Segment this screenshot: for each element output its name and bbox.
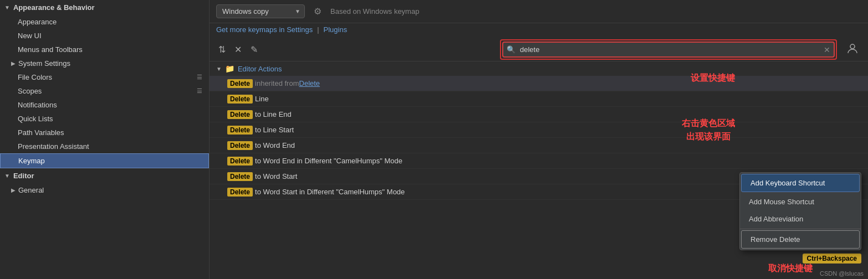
search-icon: 🔍: [507, 45, 515, 54]
table-row-delete-word-end[interactable]: Delete to Word End: [210, 138, 868, 153]
badge-delete-inherited: Delete: [227, 79, 253, 88]
cross-icon[interactable]: ✕: [232, 43, 244, 56]
general-arrow: ▶: [11, 187, 16, 193]
gear-icon[interactable]: ⚙: [310, 5, 325, 18]
sidebar-item-path-variables[interactable]: Path Variables: [0, 126, 209, 140]
link-divider: |: [317, 25, 319, 34]
action-name-delete-line-start: to Line Start: [255, 126, 294, 134]
main-content: Windows copy ▼ ⚙ Based on Windows keymap…: [210, 0, 868, 279]
based-on-text: Based on Windows keymap: [330, 7, 419, 16]
table-row-delete-line-start[interactable]: Delete to Line Start: [210, 122, 868, 138]
sidebar-item-keymap[interactable]: Keymap: [0, 153, 209, 168]
sidebar-group-appearance-behavior[interactable]: ▼ Appearance & Behavior: [0, 0, 209, 15]
editor-actions-group: ▼ 📁 Editor Actions: [210, 61, 868, 76]
context-menu-item-add-keyboard-shortcut[interactable]: Add Keyboard Shortcut: [741, 174, 860, 192]
search-container: 🔍 ✕: [502, 42, 835, 58]
up-down-icon[interactable]: ⇅: [216, 43, 228, 56]
action-name-delete-word-start-camel: to Word Start in Different "CamelHumps" …: [255, 188, 405, 196]
shortcut-badge-annotation: Ctrl+Backspace: [803, 254, 861, 262]
sidebar-item-system-settings[interactable]: ▶ System Settings: [0, 56, 209, 70]
person-icon[interactable]: [844, 42, 861, 58]
keymap-select-wrapper[interactable]: Windows copy ▼: [216, 4, 305, 18]
sidebar-item-file-colors[interactable]: File Colors ☰: [0, 70, 209, 84]
context-menu-item-remove-delete[interactable]: Remove Delete: [741, 230, 860, 249]
search-input[interactable]: [502, 42, 835, 58]
scopes-icon: ☰: [197, 87, 202, 95]
inherited-text: inherited from: [255, 79, 299, 87]
get-more-keymaps-link[interactable]: Get more keymaps in Settings: [216, 25, 313, 34]
badge-delete-word-start: Delete: [227, 172, 253, 181]
context-menu-item-add-abbreviation[interactable]: Add Abbreviation: [740, 210, 861, 228]
action-toolbar: ⇅ ✕ ✎ 🔍 ✕: [210, 38, 868, 61]
context-menu-divider: [740, 229, 861, 229]
system-settings-arrow: ▶: [11, 60, 16, 66]
ctrl-backspace-badge: Ctrl+Backspace: [803, 254, 861, 264]
action-name-delete-word-end: to Word End: [255, 141, 295, 149]
sidebar-item-scopes[interactable]: Scopes ☰: [0, 84, 209, 98]
file-colors-icon: ☰: [197, 74, 202, 81]
sidebar-item-appearance[interactable]: Appearance: [0, 15, 209, 29]
sidebar-group-editor[interactable]: ▼ Editor: [0, 168, 209, 183]
sidebar-group-label: Appearance & Behavior: [13, 3, 95, 12]
sidebar-item-menus-toolbars[interactable]: Menus and Toolbars: [0, 43, 209, 56]
sidebar-item-notifications[interactable]: Notifications: [0, 98, 209, 112]
keymap-dropdown[interactable]: Windows copy: [216, 4, 305, 18]
sidebar-item-quick-lists[interactable]: Quick Lists: [0, 112, 209, 126]
table-row-delete-line[interactable]: Delete Line: [210, 91, 868, 107]
badge-delete-line-end: Delete: [227, 110, 253, 119]
search-clear-icon[interactable]: ✕: [824, 45, 830, 54]
group-expand-arrow: ▼: [4, 4, 10, 11]
folder-icon: 📁: [225, 64, 234, 73]
sidebar-item-general[interactable]: ▶ General: [0, 183, 209, 197]
badge-delete-word-start-camel: Delete: [227, 188, 253, 197]
group-name: Editor Actions: [238, 65, 282, 73]
action-name-delete-line: Line: [255, 95, 269, 103]
badge-delete-word-end: Delete: [227, 141, 253, 150]
sidebar-item-new-ui[interactable]: New UI: [0, 29, 209, 43]
table-area: 输入自己想要调整额快捷键 ▼ 📁 Editor Actions Delete i…: [210, 61, 868, 279]
group-row-arrow: ▼: [216, 66, 222, 72]
sidebar-item-presentation-assistant[interactable]: Presentation Assistant: [0, 140, 209, 153]
table-row-inherited[interactable]: Delete inherited from Delete: [210, 76, 868, 91]
badge-delete-line: Delete: [227, 95, 253, 104]
action-name-delete-word-start: to Word Start: [255, 172, 297, 180]
context-menu-item-add-mouse-shortcut[interactable]: Add Mouse Shortcut: [740, 193, 861, 210]
action-name-delete-line-end: to Line End: [255, 110, 292, 118]
context-menu: Add Keyboard Shortcut Add Mouse Shortcut…: [739, 172, 861, 250]
pencil-icon[interactable]: ✎: [248, 43, 260, 56]
links-bar: Get more keymaps in Settings | Plugins: [210, 23, 868, 38]
keymap-toolbar: Windows copy ▼ ⚙ Based on Windows keymap: [210, 0, 868, 23]
badge-delete-line-start: Delete: [227, 126, 253, 135]
editor-expand-arrow: ▼: [4, 173, 10, 179]
sidebar: ▼ Appearance & Behavior Appearance New U…: [0, 0, 210, 279]
plugins-link[interactable]: Plugins: [324, 25, 348, 34]
inherited-link[interactable]: Delete: [299, 79, 320, 87]
table-row-delete-word-end-camel[interactable]: Delete to Word End in Different "CamelHu…: [210, 153, 868, 169]
csdn-badge: CSDN @lslucas: [820, 270, 864, 277]
action-name-delete-word-end-camel: to Word End in Different "CamelHumps" Mo…: [255, 157, 402, 165]
cn-annotation-cancel: 取消快捷键: [768, 263, 813, 275]
svg-point-0: [850, 44, 855, 49]
table-row-delete-line-end[interactable]: Delete to Line End: [210, 107, 868, 122]
badge-delete-word-end-camel: Delete: [227, 157, 253, 166]
